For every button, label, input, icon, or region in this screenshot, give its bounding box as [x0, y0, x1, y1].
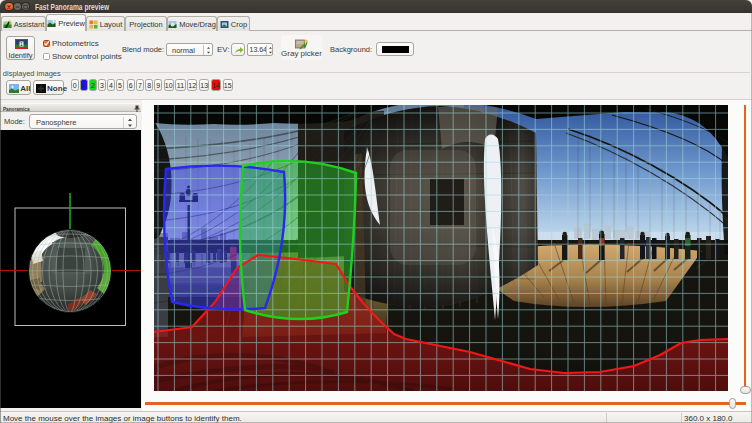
- svg-text:1: 1: [20, 41, 23, 47]
